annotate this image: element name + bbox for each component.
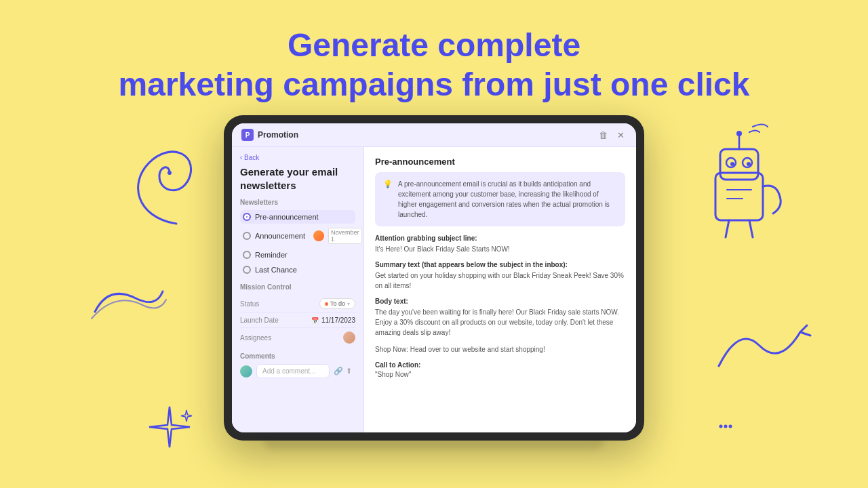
content-title: Pre-announcement xyxy=(375,157,625,167)
app-body: ‹ Back Generate your email newsletters N… xyxy=(232,147,636,432)
doodle-squiggle xyxy=(712,312,814,382)
sidebar-title: Generate your email newsletters xyxy=(240,165,355,192)
attention-value: It's Here! Our Black Friday Sale Starts … xyxy=(375,244,625,254)
app-logo: P xyxy=(241,129,254,141)
app-header-left: P Promotion xyxy=(241,129,298,141)
tablet-reflection xyxy=(264,441,604,453)
comment-input-row: Add a comment... 🔗 ⬆ xyxy=(240,364,355,378)
newsletter-item-reminder[interactable]: Reminder xyxy=(240,248,355,262)
main-content: Pre-announcement 💡 A pre-announcement em… xyxy=(364,147,636,432)
launch-date-label: Launch Date xyxy=(240,317,279,324)
mission-control-section: Mission Control Status To do ▾ Launch Da… xyxy=(240,283,355,347)
svg-point-13 xyxy=(719,425,723,428)
svg-point-8 xyxy=(736,131,742,136)
app-screen: P Promotion 🗑 ✕ ‹ Back Generate your ema… xyxy=(232,123,636,432)
newsletters-label: Newsletters xyxy=(240,199,355,206)
cta-block: Call to Action: "Shop Now" xyxy=(375,361,625,378)
summary-label: Summary text (that appears below the sub… xyxy=(375,261,625,268)
date-text: 11/17/2023 xyxy=(321,317,355,324)
svg-rect-1 xyxy=(715,173,763,220)
comment-avatar xyxy=(240,365,252,378)
hero-section: Generate complete marketing campaigns fr… xyxy=(0,0,868,104)
tablet-device: P Promotion 🗑 ✕ ‹ Back Generate your ema… xyxy=(224,115,644,441)
shop-now-block: Shop Now: Head over to our website and s… xyxy=(375,344,625,354)
app-header: P Promotion 🗑 ✕ xyxy=(232,123,636,147)
comments-section: Comments Add a comment... 🔗 ⬆ xyxy=(240,352,355,378)
status-dot xyxy=(325,302,328,306)
newsletter-label-last-chance: Last Chance xyxy=(255,266,353,274)
status-value: To do xyxy=(330,300,345,307)
newsletter-label-reminder: Reminder xyxy=(255,251,353,259)
cta-label: Call to Action: xyxy=(375,361,625,369)
doodle-lines xyxy=(88,271,170,328)
svg-point-15 xyxy=(729,425,732,428)
assignees-row: Assignees xyxy=(240,328,355,347)
doodle-dots xyxy=(719,420,732,432)
newsletter-item-last-chance[interactable]: Last Chance xyxy=(240,263,355,277)
summary-value: Get started on your holiday shopping wit… xyxy=(375,270,625,291)
hero-title: Generate complete marketing campaigns fr… xyxy=(0,26,868,104)
radio-last-chance xyxy=(243,266,251,274)
radio-announcement xyxy=(243,232,251,240)
launch-date-value: 📅 11/17/2023 xyxy=(311,317,355,324)
newsletter-item-announcement[interactable]: Announcement November 1 › xyxy=(240,225,355,247)
shop-now-value: Shop Now: Head over to our website and s… xyxy=(375,344,625,354)
status-chevron: ▾ xyxy=(347,301,350,307)
svg-line-11 xyxy=(726,220,729,237)
app-header-right: 🗑 ✕ xyxy=(597,129,627,141)
radio-reminder xyxy=(243,251,251,259)
calendar-icon: 📅 xyxy=(311,317,319,324)
radio-pre-announcement xyxy=(243,213,251,221)
app-title: Promotion xyxy=(258,130,298,140)
info-box: 💡 A pre-announcement email is crucial as… xyxy=(375,172,625,226)
summary-block: Summary text (that appears below the sub… xyxy=(375,261,625,291)
info-icon: 💡 xyxy=(383,180,393,188)
svg-line-12 xyxy=(749,220,753,237)
svg-point-0 xyxy=(167,171,172,175)
status-badge[interactable]: To do ▾ xyxy=(319,298,355,309)
newsletter-label-pre: Pre-announcement xyxy=(255,213,353,221)
newsletter-item-pre-announcement[interactable]: Pre-announcement xyxy=(240,210,355,224)
body-value: The day you've been waiting for is final… xyxy=(375,307,625,338)
newsletter-label-announcement: Announcement xyxy=(255,232,305,240)
body-block: Body text: The day you've been waiting f… xyxy=(375,298,625,338)
comments-label: Comments xyxy=(240,352,355,360)
back-link[interactable]: ‹ Back xyxy=(240,154,355,161)
status-row: Status To do ▾ xyxy=(240,295,355,313)
doodle-spiral xyxy=(122,129,210,240)
comment-input[interactable]: Add a comment... xyxy=(256,364,330,378)
doodle-stars xyxy=(142,400,197,457)
assignees-label: Assignees xyxy=(240,334,271,342)
info-text: A pre-announcement email is crucial as i… xyxy=(398,179,617,220)
body-label: Body text: xyxy=(375,298,625,305)
announcement-avatar xyxy=(313,230,324,241)
launch-date-row: Launch Date 📅 11/17/2023 xyxy=(240,313,355,328)
attention-block: Attention grabbing subject line: It's He… xyxy=(375,235,625,254)
svg-point-4 xyxy=(743,158,752,167)
svg-rect-2 xyxy=(720,149,758,180)
attention-label: Attention grabbing subject line: xyxy=(375,235,625,242)
assignee-avatar xyxy=(343,331,355,344)
svg-point-5 xyxy=(730,162,734,166)
svg-point-6 xyxy=(747,162,751,166)
comment-actions: 🔗 ⬆ xyxy=(334,367,355,376)
svg-point-14 xyxy=(724,425,728,428)
close-icon[interactable]: ✕ xyxy=(614,129,627,141)
share-icon[interactable]: ⬆ xyxy=(346,367,355,376)
status-label: Status xyxy=(240,300,259,308)
date-badge-announcement: November 1 xyxy=(328,228,362,244)
mission-control-label: Mission Control xyxy=(240,283,355,291)
doodle-robot xyxy=(692,119,800,270)
link-icon[interactable]: 🔗 xyxy=(334,367,343,376)
cta-value: "Shop Now" xyxy=(375,371,625,378)
sidebar: ‹ Back Generate your email newsletters N… xyxy=(232,147,364,432)
svg-point-3 xyxy=(726,158,736,167)
trash-icon[interactable]: 🗑 xyxy=(597,129,609,141)
